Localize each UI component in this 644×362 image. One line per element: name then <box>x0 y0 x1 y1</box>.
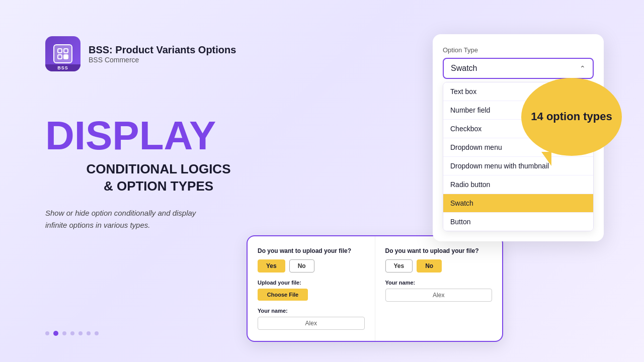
demo-choose-file-button[interactable]: Choose File <box>258 289 308 301</box>
dot-3[interactable] <box>62 331 66 335</box>
dot-7[interactable] <box>95 331 99 335</box>
demo-right-question: Do you want to upload your file? <box>385 247 493 254</box>
dropdown-selected-value: Swatch <box>451 64 477 73</box>
dropdown-select[interactable]: Swatch ⌃ <box>443 58 594 79</box>
dropdown-item-dropdown-thumbnail[interactable]: Dropdown menu with thumbnail <box>443 157 593 175</box>
header: BSS BSS: Product Variants Options BSS Co… <box>45 36 236 71</box>
demo-right-buttons: Yes No <box>385 259 493 273</box>
demo-left-yes-button[interactable]: Yes <box>258 259 285 273</box>
demo-left-no-button[interactable]: No <box>289 259 314 273</box>
svg-rect-1 <box>64 49 68 53</box>
app-vendor: BSS Commerce <box>89 56 236 64</box>
hero-description: Show or hide option conditionally and di… <box>45 207 206 231</box>
app-title-block: BSS: Product Variants Options BSS Commer… <box>89 44 236 64</box>
main-text-block: DISPLAY CONDITIONAL LOGICS & OPTION TYPE… <box>45 116 272 231</box>
demo-right-name-label: Your name: <box>385 280 493 286</box>
demo-left-name-input[interactable] <box>258 317 365 330</box>
dropdown-item-button[interactable]: Button <box>443 213 593 231</box>
demo-left-name-label: Your name: <box>258 308 365 314</box>
demo-col-right: Do you want to upload your file? Yes No … <box>375 236 503 341</box>
logo-badge: BSS <box>45 64 80 71</box>
app-name: BSS: Product Variants Options <box>89 44 236 56</box>
demo-upload-label: Upload your file: <box>258 280 365 286</box>
demo-left-buttons: Yes No <box>258 259 365 273</box>
speech-bubble: 14 option types <box>521 78 622 156</box>
demo-right-yes-button[interactable]: Yes <box>385 259 413 273</box>
pagination-dots <box>45 331 99 336</box>
dropdown-item-radio[interactable]: Radio button <box>443 175 593 194</box>
dropdown-item-swatch[interactable]: Swatch <box>443 194 593 213</box>
demo-right-name-input[interactable] <box>385 289 493 302</box>
svg-rect-3 <box>64 55 68 59</box>
svg-rect-0 <box>58 49 62 53</box>
dot-1[interactable] <box>45 331 49 335</box>
demo-inner: Do you want to upload your file? Yes No … <box>248 236 502 341</box>
option-type-label: Option Type <box>443 46 594 54</box>
chevron-up-icon: ⌃ <box>580 64 586 72</box>
app-logo: BSS <box>45 36 80 71</box>
dot-6[interactable] <box>87 331 91 335</box>
dot-5[interactable] <box>78 331 83 335</box>
hero-subtitle: CONDITIONAL LOGICS & OPTION TYPES <box>45 161 272 195</box>
dot-4[interactable] <box>70 331 74 335</box>
dot-2[interactable] <box>53 331 58 336</box>
svg-rect-2 <box>58 55 62 59</box>
demo-left-question: Do you want to upload your file? <box>258 247 365 254</box>
demo-right-no-button[interactable]: No <box>417 259 442 273</box>
logo-icon <box>53 44 72 63</box>
demo-card: Do you want to upload your file? Yes No … <box>247 235 503 342</box>
hero-title: DISPLAY <box>45 116 272 156</box>
demo-col-left: Do you want to upload your file? Yes No … <box>248 236 375 341</box>
bubble-text: 14 option types <box>531 110 612 124</box>
